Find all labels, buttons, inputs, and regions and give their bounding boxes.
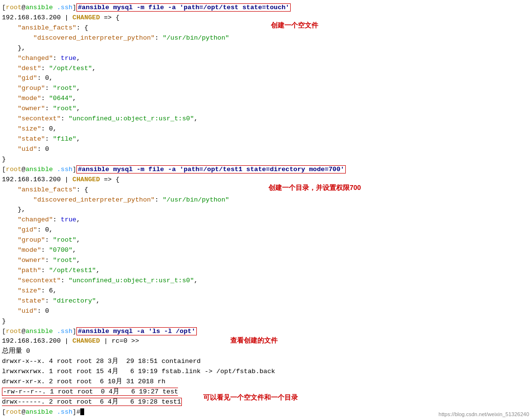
highlight-test-files: -rw-r--r--. 1 root root 0 4月 6 19:27 tes… <box>2 388 182 406</box>
prompt2: [root@ansible .ssh] <box>2 166 76 173</box>
out1-size: "size": 0, <box>2 124 530 134</box>
bracket-open: [ <box>2 4 6 11</box>
cursor <box>80 408 84 415</box>
out2-path: "path": "/opt/test1", <box>2 266 530 276</box>
cmd3-box: #ansible mysql -a 'ls -l /opt' <box>76 327 197 335</box>
bracket-open4: [ <box>2 408 6 416</box>
out1-group: "group": "root", <box>2 84 530 94</box>
out2-group: "group": "root", <box>2 235 530 246</box>
annotation4: 可以看见一个空文件和一个目录 <box>203 392 298 403</box>
out2-mode: "mode": "0700", <box>2 246 530 256</box>
out1-dest: "dest": "/opt/test", <box>2 64 530 74</box>
at4: @ <box>22 408 26 416</box>
out1-secontext: "secontext": "unconfined_u:object_r:usr_… <box>2 114 530 124</box>
at3: @ <box>22 328 26 335</box>
changed-badge3: CHANGED <box>73 337 100 345</box>
prompt-user4: root <box>6 408 21 416</box>
bracket-open3: [ <box>2 328 6 335</box>
out1-owner: "owner": "root", <box>2 104 530 114</box>
bracket-close3: ] <box>73 328 76 335</box>
out2-close-inner: }, <box>2 205 530 215</box>
bracket-close2: ] <box>73 166 76 173</box>
changed-badge1: CHANGED <box>73 14 100 21</box>
at2: @ <box>22 166 26 173</box>
at1: @ <box>22 4 26 11</box>
annotation1: 创建一个空文件 <box>271 20 318 31</box>
annotation2: 创建一个目录，并设置权限700 <box>268 183 361 193</box>
bracket-open2: [ <box>2 166 6 173</box>
prompt-user3: root <box>6 328 21 335</box>
prompt-host3: ansible <box>26 328 53 335</box>
prompt-user1: root <box>6 4 21 11</box>
out3-line1: drwxr-x--x. 4 root root 28 3月 29 18:51 c… <box>2 357 530 367</box>
out1-state: "state": "file", <box>2 134 530 145</box>
terminal-window: [root@ansible .ssh]#ansible mysql -m fil… <box>0 0 532 420</box>
prompt-dir3: .ssh <box>57 328 72 335</box>
out1-facts: "ansible_facts": { <box>2 23 530 33</box>
prompt-host4: ansible <box>26 408 53 416</box>
changed-badge2: CHANGED <box>73 176 100 183</box>
prompt-dir1: .ssh <box>57 4 72 11</box>
out2-secontext: "secontext": "unconfined_u:object_r:usr_… <box>2 276 530 286</box>
out2-size: "size": 6, <box>2 286 530 296</box>
out2-owner: "owner": "root", <box>2 256 530 266</box>
out2-facts: "ansible_facts": { <box>2 185 530 195</box>
prompt-host1: ansible <box>26 4 53 11</box>
prompt-dir2: .ssh <box>57 166 72 173</box>
annotation3: 查看创建的文件 <box>230 335 278 346</box>
prompt3: [root@ansible .ssh] <box>2 328 76 335</box>
out1-ip: 192.168.163.200 | CHANGED => { <box>2 13 530 23</box>
out3-total: 总用量 0 <box>2 347 530 357</box>
out2-uid: "uid": 0 <box>2 306 530 317</box>
cmd2-line: [root@ansible .ssh]#ansible mysql -m fil… <box>2 165 530 175</box>
out1-gid: "gid": 0, <box>2 73 530 84</box>
bracket-close1: ] <box>73 4 76 11</box>
out1-changed: "changed": true, <box>2 54 530 64</box>
out2-gid: "gid": 0, <box>2 225 530 235</box>
cmd1-box: #ansible mysql -m file -a 'path=/opt/tes… <box>76 3 291 12</box>
out2-ip: 192.168.163.200 | CHANGED => { <box>2 175 530 185</box>
prompt-host2: ansible <box>26 166 53 173</box>
prompt1: [root@ansible .ssh] <box>2 4 76 11</box>
out1-python: "discovered_interpreter_python": "/usr/b… <box>2 33 530 43</box>
bracket-close4: ] <box>73 408 76 416</box>
cmd2-box: #ansible mysql -m file -a 'path=/opt/tes… <box>76 165 346 174</box>
out1-close-inner: }, <box>2 43 530 54</box>
out2-changed: "changed": true, <box>2 215 530 225</box>
watermark: https://blog.csdn.net/weixin_51326240 <box>439 410 529 419</box>
out1-uid: "uid": 0 <box>2 145 530 155</box>
cmd1-line: [root@ansible .ssh]#ansible mysql -m fil… <box>2 3 530 13</box>
out2-state: "state": "directory", <box>2 296 530 306</box>
prompt-dir4: .ssh <box>57 408 72 416</box>
out2-python: "discovered_interpreter_python": "/usr/b… <box>2 195 530 205</box>
prompt-user2: root <box>6 166 21 173</box>
out3-line3: drwxr-xr-x. 2 root root 6 10月 31 2018 rh <box>2 377 530 387</box>
last-prompt: [root@ansible .ssh]# <box>2 408 80 416</box>
out3-line2: lrwxrwxrwx. 1 root root 15 4月 6 19:19 fs… <box>2 367 530 377</box>
out1-close: } <box>2 155 530 165</box>
out1-mode: "mode": "0644", <box>2 94 530 104</box>
out2-close: } <box>2 317 530 327</box>
